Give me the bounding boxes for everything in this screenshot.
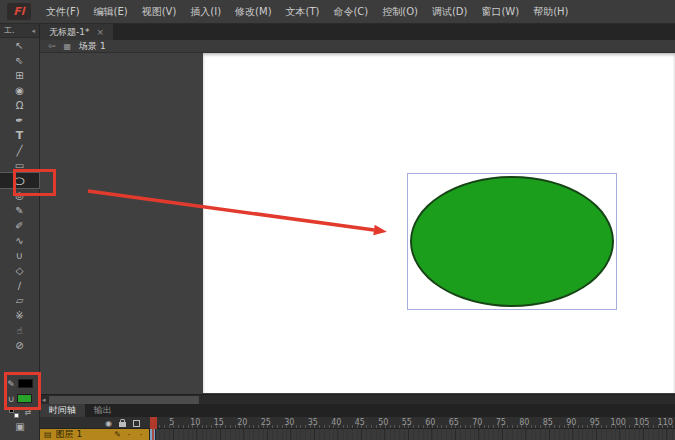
layer-name[interactable]: 图层 1 xyxy=(56,428,111,440)
lasso-tool[interactable]: Ω xyxy=(0,98,39,113)
playhead-line xyxy=(152,429,154,440)
tools-panel-header: 工. ◂ xyxy=(0,24,39,38)
collapse-panel-icon[interactable]: ◂ xyxy=(31,27,35,35)
deco-tool[interactable]: ◎ xyxy=(0,188,39,203)
pencil-tool[interactable]: ✎ xyxy=(0,203,39,218)
show-hide-layers-icon[interactable]: ◉ xyxy=(105,419,112,428)
document-title: 无标题-1* xyxy=(49,26,89,39)
timeline-panel: 时间轴输出 ◉ 51015202530354045505560657075808… xyxy=(40,404,675,440)
eraser-tool[interactable]: ▱ xyxy=(0,293,39,308)
stroke-color-swatch[interactable] xyxy=(18,379,33,388)
fill-bucket-icon: ∪ xyxy=(8,394,15,404)
layer-lock-toggle[interactable]: · xyxy=(137,430,145,440)
back-arrow-icon[interactable]: ⇦ xyxy=(48,41,56,51)
horizontal-scrollbar[interactable]: ◂ xyxy=(40,394,675,404)
menu-item[interactable]: 窗口(W) xyxy=(474,0,526,24)
3d-rotation-tool[interactable]: ◉ xyxy=(0,83,39,98)
flash-app-window: Fl 文件(F)编辑(E)视图(V)插入(I)修改(M)文本(T)命令(C)控制… xyxy=(0,0,675,440)
paint-bucket-tool[interactable]: ∪ xyxy=(0,248,39,263)
snap-to-objects-icon[interactable]: ▣ xyxy=(15,421,24,432)
eyedropper-tool[interactable]: ∕ xyxy=(0,278,39,293)
layer-edit-pencil-icon: ✎ xyxy=(114,430,121,439)
app-logo: Fl xyxy=(7,3,31,20)
ink-bottle-tool[interactable]: ◇ xyxy=(0,263,39,278)
lock-layers-icon[interactable] xyxy=(119,422,126,427)
layer-visibility-toggle[interactable]: · xyxy=(125,430,133,440)
edit-bar: ⇦ ▦ 场景 1 xyxy=(40,40,675,53)
stroke-pencil-icon: ✎ xyxy=(7,379,15,389)
layer-page-icon: ▤ xyxy=(44,430,52,439)
document-tab[interactable]: 无标题-1* × xyxy=(40,24,113,40)
spray-brush-tool[interactable]: ※ xyxy=(0,308,39,323)
subselection-tool[interactable]: ⇖ xyxy=(0,53,39,68)
tools-panel: 工. ◂ ↖⇖⊞◉Ω✒T╱▭○◎✎✐∿∪◇∕▱※☝⊘ ✎ ∪ ⇄ ▣ xyxy=(0,24,40,440)
oval-tool[interactable]: ○ xyxy=(0,173,39,188)
swap-colors-icon[interactable]: ⇄ xyxy=(25,408,32,417)
selection-tool[interactable]: ↖ xyxy=(0,38,39,53)
stage-canvas[interactable] xyxy=(203,53,675,393)
frame-grid[interactable] xyxy=(150,429,675,440)
bone-tool[interactable]: ∿ xyxy=(0,233,39,248)
snap-row: ▣ xyxy=(0,419,40,433)
timeline-header: ◉ 51015202530354045505560657075808590951… xyxy=(40,417,675,429)
color-utility-row: ⇄ xyxy=(0,406,40,419)
menu-item[interactable]: 命令(C) xyxy=(326,0,375,24)
pen-tool[interactable]: ✒ xyxy=(0,113,39,128)
brush-tool[interactable]: ✐ xyxy=(0,218,39,233)
scene-clapperboard-icon: ▦ xyxy=(64,42,72,51)
fill-color-control[interactable]: ∪ xyxy=(0,391,40,406)
ruler-tick-marks xyxy=(150,425,675,428)
stroke-color-control[interactable]: ✎ xyxy=(0,376,40,391)
line-tool[interactable]: ╱ xyxy=(0,143,39,158)
outline-layers-icon[interactable] xyxy=(133,420,140,427)
scene-label[interactable]: 场景 1 xyxy=(79,40,106,53)
menu-item[interactable]: 文件(F) xyxy=(39,0,87,24)
zoom-tool[interactable]: ⊘ xyxy=(0,338,39,353)
menu-item[interactable]: 文本(T) xyxy=(279,0,327,24)
text-tool[interactable]: T xyxy=(0,128,39,143)
default-colors-icon[interactable] xyxy=(9,408,19,418)
document-tab-strip: 无标题-1* × xyxy=(40,24,675,40)
playhead-marker[interactable] xyxy=(150,417,157,429)
tab-output[interactable]: 输出 xyxy=(85,404,121,417)
free-transform-tool[interactable]: ⊞ xyxy=(0,68,39,83)
green-ellipse-shape[interactable] xyxy=(410,176,614,307)
menu-item[interactable]: 视图(V) xyxy=(135,0,184,24)
stage-viewport xyxy=(40,53,675,394)
timeline-tabs: 时间轴输出 xyxy=(40,404,675,417)
scrollbar-thumb[interactable] xyxy=(49,396,199,404)
menu-item[interactable]: 插入(I) xyxy=(183,0,228,24)
rectangle-tool[interactable]: ▭ xyxy=(0,158,39,173)
menu-item[interactable]: 控制(O) xyxy=(375,0,425,24)
tool-list: ↖⇖⊞◉Ω✒T╱▭○◎✎✐∿∪◇∕▱※☝⊘ xyxy=(0,38,39,353)
hand-tool[interactable]: ☝ xyxy=(0,323,39,338)
ellipse-selection-bbox[interactable] xyxy=(407,173,617,310)
menu-items: 文件(F)编辑(E)视图(V)插入(I)修改(M)文本(T)命令(C)控制(O)… xyxy=(39,0,576,24)
menu-bar: Fl 文件(F)编辑(E)视图(V)插入(I)修改(M)文本(T)命令(C)控制… xyxy=(0,0,675,24)
tab-timeline[interactable]: 时间轴 xyxy=(40,404,85,417)
menu-item[interactable]: 帮助(H) xyxy=(526,0,575,24)
layer-row[interactable]: ▤ 图层 1 ✎ · · xyxy=(40,429,150,440)
menu-item[interactable]: 编辑(E) xyxy=(87,0,135,24)
close-icon[interactable]: × xyxy=(96,27,104,37)
menu-item[interactable]: 修改(M) xyxy=(228,0,278,24)
menu-item[interactable]: 调试(D) xyxy=(425,0,475,24)
tools-panel-title: 工. xyxy=(4,25,15,36)
color-section: ✎ ∪ ⇄ ▣ xyxy=(0,376,40,433)
fill-color-swatch[interactable] xyxy=(17,394,32,403)
